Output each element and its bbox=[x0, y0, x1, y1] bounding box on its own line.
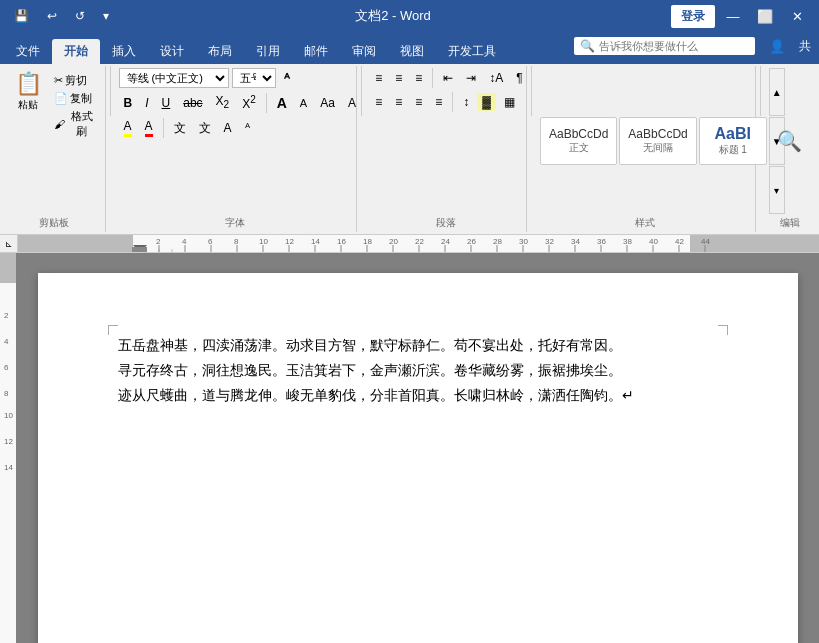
subscript-button[interactable]: X2 bbox=[211, 92, 235, 112]
find-search-button[interactable]: 🔍 bbox=[770, 121, 810, 161]
svg-text:30: 30 bbox=[519, 237, 528, 246]
left-indent-box bbox=[132, 247, 147, 253]
svg-text:38: 38 bbox=[623, 237, 632, 246]
restore-button[interactable]: ⬜ bbox=[751, 2, 779, 30]
tab-layout[interactable]: 布局 bbox=[196, 39, 244, 64]
tab-references[interactable]: 引用 bbox=[244, 39, 292, 64]
font-size-input-button[interactable]: ᴬ bbox=[279, 69, 295, 88]
shrink-font-button[interactable]: A bbox=[295, 95, 312, 111]
svg-rect-50 bbox=[0, 253, 16, 283]
font-name-select[interactable]: 等线 (中文正文) bbox=[119, 68, 229, 88]
align-center-button[interactable]: ≡ bbox=[390, 93, 407, 111]
svg-text:12: 12 bbox=[285, 237, 294, 246]
title-bar: 💾 ↩ ↺ ▾ 文档2 - Word 登录 — ⬜ ✕ bbox=[0, 0, 819, 32]
main-layout: 2 4 6 8 10 12 14 五岳盘神基，四渎涌荡津。动求目方智，默守标静仁… bbox=[0, 253, 819, 643]
style-no-spacing[interactable]: AaBbCcDd 无间隔 bbox=[619, 117, 696, 165]
increase-indent-button[interactable]: ⇥ bbox=[461, 69, 481, 87]
svg-text:14: 14 bbox=[4, 463, 13, 472]
close-button[interactable]: ✕ bbox=[783, 2, 811, 30]
style-normal[interactable]: AaBbCcDd 正文 bbox=[540, 117, 617, 165]
bracket-top-left bbox=[108, 325, 118, 335]
clear-format-button[interactable]: A bbox=[343, 94, 361, 112]
svg-text:8: 8 bbox=[234, 237, 239, 246]
styles-group: AaBbCcDd 正文 AaBbCcDd 无间隔 AaBI 标题 1 ▲ ▼ ▾ bbox=[536, 66, 756, 232]
sort-button[interactable]: ↕A bbox=[484, 69, 508, 87]
tab-home[interactable]: 开始 bbox=[52, 39, 100, 64]
paste-button[interactable]: 📋 粘贴 bbox=[8, 68, 48, 114]
group-divider4 bbox=[760, 66, 761, 116]
undo-button[interactable]: ↩ bbox=[41, 7, 63, 25]
svg-text:6: 6 bbox=[208, 237, 213, 246]
svg-rect-0 bbox=[18, 235, 133, 253]
border-button[interactable]: ▦ bbox=[499, 93, 520, 111]
svg-rect-2 bbox=[133, 235, 690, 253]
divider4 bbox=[452, 92, 453, 112]
tab-review[interactable]: 审阅 bbox=[340, 39, 388, 64]
document-content[interactable]: 五岳盘神基，四渎涌荡津。动求目方智，默守标静仁。苟不宴出处，托好有常因。 寻元存… bbox=[118, 333, 718, 409]
align-left-button[interactable]: ≡ bbox=[370, 93, 387, 111]
user-icon-button[interactable]: 👤 bbox=[763, 32, 791, 60]
format-painter-button[interactable]: 🖌 格式刷 bbox=[50, 108, 101, 140]
tab-developer[interactable]: 开发工具 bbox=[436, 39, 508, 64]
ribbon-toolbar: 📋 粘贴 ✂ 剪切 📄 复制 🖌 格式刷 剪贴板 bbox=[0, 64, 819, 235]
highlight-button[interactable]: A bbox=[119, 117, 137, 139]
font-extra-btn[interactable]: 文 bbox=[169, 118, 191, 139]
svg-text:10: 10 bbox=[259, 237, 268, 246]
font-extra-btn3[interactable]: A bbox=[219, 119, 237, 137]
bold-button[interactable]: B bbox=[119, 94, 138, 112]
search-icon: 🔍 bbox=[580, 39, 595, 53]
content-line-2: 寻元存终古，洞往想逸民。玉洁箕岩下，金声瀬沂滨。卷华藏纷雾，振裾拂埃尘。 bbox=[118, 358, 718, 383]
decrease-indent-button[interactable]: ⇤ bbox=[438, 69, 458, 87]
italic-button[interactable]: I bbox=[140, 94, 153, 112]
underline-button[interactable]: U bbox=[157, 94, 176, 112]
align-right-button[interactable]: ≡ bbox=[410, 93, 427, 111]
ribbon-search-input[interactable] bbox=[599, 40, 749, 52]
font-extra-btn2[interactable]: 文 bbox=[194, 118, 216, 139]
save-button[interactable]: 💾 bbox=[8, 7, 35, 25]
customize-qat-button[interactable]: ▾ bbox=[97, 7, 115, 25]
content-line-1: 五岳盘神基，四渎涌荡津。动求目方智，默守标静仁。苟不宴出处，托好有常因。 bbox=[118, 333, 718, 358]
font-group: 等线 (中文正文) 五号 ᴬ B I U abc X2 X2 A A Aa A bbox=[115, 66, 358, 232]
copy-button[interactable]: 📄 复制 bbox=[50, 90, 101, 107]
tab-mail[interactable]: 邮件 bbox=[292, 39, 340, 64]
paste-icon: 📋 bbox=[14, 70, 42, 98]
font-color-button[interactable]: A bbox=[140, 117, 158, 139]
svg-text:34: 34 bbox=[571, 237, 580, 246]
shading-button[interactable]: ▓ bbox=[477, 93, 496, 111]
window-title: 文档2 - Word bbox=[115, 7, 671, 25]
cut-button[interactable]: ✂ 剪切 bbox=[50, 72, 101, 89]
ruler-corner-button[interactable]: ⊾ bbox=[0, 235, 18, 253]
multilevel-button[interactable]: ≡ bbox=[410, 69, 427, 87]
tab-view[interactable]: 视图 bbox=[388, 39, 436, 64]
format-painter-icon: 🖌 bbox=[54, 118, 65, 130]
svg-text:24: 24 bbox=[441, 237, 450, 246]
change-case-button[interactable]: Aa bbox=[315, 94, 340, 112]
divider3 bbox=[432, 68, 433, 88]
font-size-select[interactable]: 五号 bbox=[232, 68, 276, 88]
grow-font-button[interactable]: A bbox=[272, 93, 292, 113]
show-formatting-button[interactable]: ¶ bbox=[511, 69, 527, 87]
tab-insert[interactable]: 插入 bbox=[100, 39, 148, 64]
line-spacing-button[interactable]: ↕ bbox=[458, 93, 474, 111]
vertical-ruler: 2 4 6 8 10 12 14 bbox=[0, 253, 16, 643]
style-heading1[interactable]: AaBI 标题 1 bbox=[699, 117, 767, 165]
minimize-button[interactable]: — bbox=[719, 2, 747, 30]
document-area[interactable]: 五岳盘神基，四渎涌荡津。动求目方智，默守标静仁。苟不宴出处，托好有常因。 寻元存… bbox=[16, 253, 819, 643]
strikethrough-button[interactable]: abc bbox=[178, 94, 207, 112]
ribbon-search-box[interactable]: 🔍 bbox=[574, 37, 755, 55]
svg-text:32: 32 bbox=[545, 237, 554, 246]
svg-text:40: 40 bbox=[649, 237, 658, 246]
tab-design[interactable]: 设计 bbox=[148, 39, 196, 64]
login-button[interactable]: 登录 bbox=[671, 5, 715, 28]
font-extra-btn4[interactable]: ᴬ bbox=[240, 119, 255, 137]
redo-button[interactable]: ↺ bbox=[69, 7, 91, 25]
magnifier-icon: 🔍 bbox=[777, 129, 802, 153]
svg-text:36: 36 bbox=[597, 237, 606, 246]
superscript-button[interactable]: X2 bbox=[237, 92, 261, 113]
bullets-button[interactable]: ≡ bbox=[370, 69, 387, 87]
justify-button[interactable]: ≡ bbox=[430, 93, 447, 111]
tab-file[interactable]: 文件 bbox=[4, 39, 52, 64]
numbering-button[interactable]: ≡ bbox=[390, 69, 407, 87]
svg-text:20: 20 bbox=[389, 237, 398, 246]
svg-text:44: 44 bbox=[701, 237, 710, 246]
